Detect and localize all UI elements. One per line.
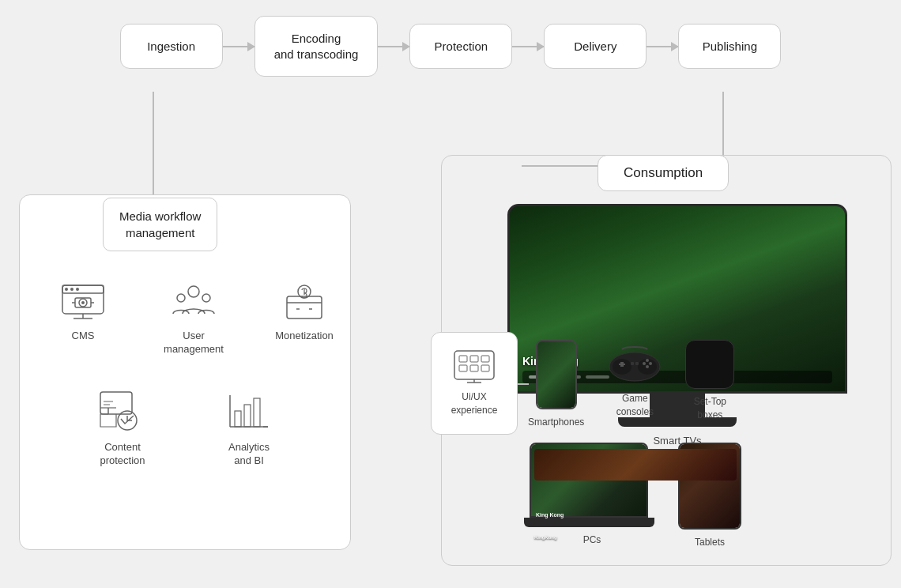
svg-rect-1 bbox=[62, 285, 104, 293]
svg-point-2 bbox=[65, 288, 68, 291]
svg-rect-23 bbox=[470, 365, 478, 371]
uiux-icon bbox=[453, 349, 496, 384]
svg-rect-21 bbox=[481, 356, 489, 362]
analytics-icon-item: Analyticsand BI bbox=[190, 387, 308, 468]
svg-rect-35 bbox=[631, 362, 634, 365]
tablet: KingKong bbox=[678, 443, 741, 530]
svg-rect-22 bbox=[459, 365, 467, 371]
svg-rect-15 bbox=[235, 411, 241, 427]
cms-icon bbox=[58, 281, 108, 323]
settop-box bbox=[685, 340, 734, 389]
svg-point-8 bbox=[188, 286, 199, 297]
pipeline-arrow-3 bbox=[512, 46, 544, 47]
mwm-top-icons: CMS Usermanagement Monetization bbox=[32, 281, 356, 356]
svg-point-34 bbox=[646, 359, 649, 362]
svg-rect-0 bbox=[62, 285, 104, 314]
svg-point-32 bbox=[646, 365, 649, 368]
content-protection-icon-item: Contentprotection bbox=[63, 387, 182, 468]
settop-item: Set-Topboxes bbox=[685, 340, 734, 422]
pipeline-arrow-1 bbox=[223, 46, 254, 47]
devices-row-2: King Kong PCs KingKong Tablets bbox=[530, 443, 741, 549]
smartphone bbox=[536, 340, 577, 409]
svg-point-4 bbox=[76, 288, 79, 291]
mwm-title-box: Media workflowmanagement bbox=[103, 198, 217, 251]
pipeline-arrow-2 bbox=[378, 46, 409, 47]
mwm-bottom-icons: Contentprotection Analyticsand BI bbox=[63, 387, 308, 468]
svg-point-33 bbox=[649, 362, 652, 365]
svg-rect-30 bbox=[620, 362, 624, 367]
devices-row-1: Smartphones Gameconsoles Set-Topboxes bbox=[528, 340, 734, 429]
svg-point-7 bbox=[81, 301, 85, 304]
pipeline-encoding: Encodingand transcoding bbox=[254, 16, 379, 77]
consumption-title-box: Consumption bbox=[598, 155, 729, 191]
pipeline-publishing: Publishing bbox=[678, 24, 781, 70]
monetization-icon-item: Monetization bbox=[253, 281, 356, 356]
pipeline-arrow-4 bbox=[647, 46, 678, 47]
pipeline-delivery: Delivery bbox=[544, 24, 647, 70]
tablet-item: KingKong Tablets bbox=[678, 443, 741, 549]
user-management-icon-item: Usermanagement bbox=[142, 281, 245, 356]
uiux-box: Ui/UXexperience bbox=[431, 332, 518, 435]
monetization-icon bbox=[279, 281, 330, 323]
svg-rect-24 bbox=[481, 365, 489, 371]
svg-rect-17 bbox=[254, 398, 260, 427]
analytics-icon bbox=[224, 387, 274, 435]
tablet-screen: KingKong bbox=[680, 444, 740, 528]
svg-point-3 bbox=[70, 288, 74, 291]
smartphone-screen bbox=[537, 341, 575, 408]
svg-point-9 bbox=[177, 294, 185, 302]
gamepad-icon bbox=[603, 340, 666, 386]
smartphone-item: Smartphones bbox=[528, 340, 584, 429]
svg-rect-36 bbox=[635, 362, 639, 365]
svg-point-31 bbox=[643, 362, 646, 365]
svg-point-10 bbox=[202, 294, 210, 302]
content-protection-icon bbox=[97, 387, 148, 435]
laptop-base bbox=[524, 518, 654, 527]
svg-rect-11 bbox=[287, 296, 322, 318]
svg-rect-20 bbox=[470, 356, 478, 362]
svg-rect-19 bbox=[459, 356, 467, 362]
cms-icon-item: CMS bbox=[32, 281, 134, 356]
pipeline-protection: Protection bbox=[409, 24, 512, 70]
pipeline-ingestion: Ingestion bbox=[120, 24, 223, 70]
line-uiux-right bbox=[518, 383, 529, 385]
gamepad-item: Gameconsoles bbox=[603, 340, 666, 419]
user-management-icon bbox=[168, 281, 219, 323]
svg-rect-16 bbox=[244, 405, 251, 427]
pipeline-row: Ingestion Encodingand transcoding Protec… bbox=[0, 0, 901, 77]
